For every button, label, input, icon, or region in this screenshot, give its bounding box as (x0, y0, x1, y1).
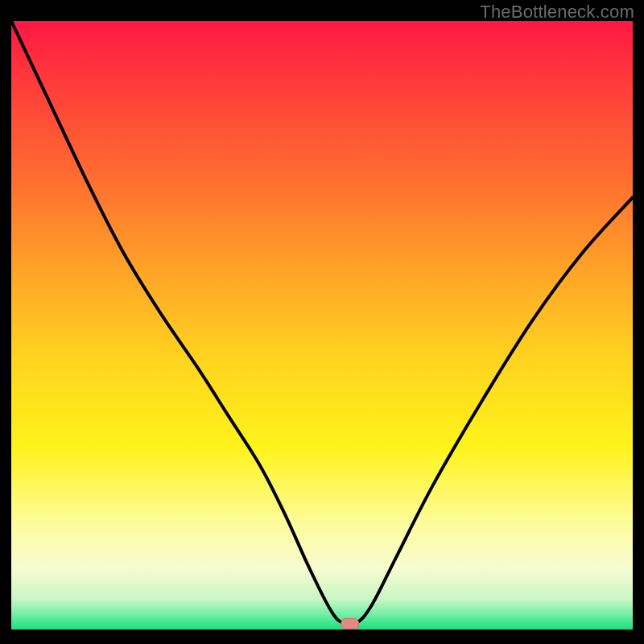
plot-area (11, 21, 633, 630)
gradient-rect (11, 21, 633, 630)
optimum-marker (341, 618, 359, 629)
chart-container: TheBottleneck.com (0, 0, 644, 644)
chart-svg (11, 21, 633, 630)
watermark-text: TheBottleneck.com (480, 2, 634, 23)
